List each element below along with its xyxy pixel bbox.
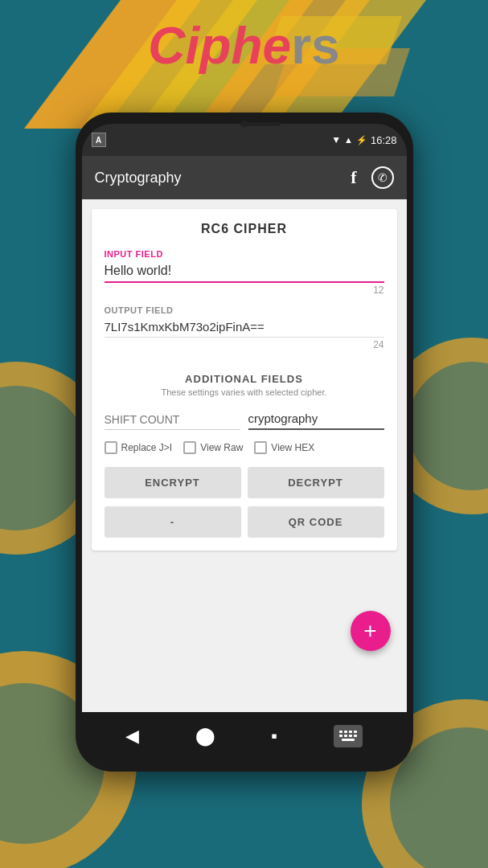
shift-count-field [105, 410, 240, 430]
fab-button[interactable]: + [351, 611, 391, 651]
svg-point-8 [408, 362, 488, 490]
facebook-icon[interactable]: f [351, 167, 356, 188]
checkboxes-row: Replace J>I View Raw View HEX [105, 441, 384, 454]
view-hex-label: View HEX [271, 442, 314, 453]
svg-rect-17 [349, 731, 352, 733]
keyboard-nav-icon[interactable] [334, 725, 363, 747]
output-char-count: 24 [105, 339, 384, 350]
svg-rect-20 [344, 735, 347, 737]
svg-rect-22 [354, 735, 357, 737]
dash-button[interactable]: - [105, 506, 241, 538]
replace-ji-label: Replace J>I [121, 442, 173, 453]
fab-plus-icon: + [363, 618, 376, 644]
cryptography-input[interactable] [248, 408, 384, 430]
additional-fields-section: ADDITIONAL FIELDS These settings varies … [105, 363, 384, 538]
nav-bar: ◀ ⬤ ▪ [82, 712, 407, 760]
app-bar-icons: f ✆ [351, 166, 393, 189]
view-hex-checkbox[interactable] [254, 441, 267, 454]
status-left: A [92, 133, 106, 147]
back-nav-icon[interactable]: ◀ [125, 726, 139, 747]
svg-rect-16 [344, 731, 347, 733]
battery-charging-icon: ⚡ [356, 135, 367, 145]
encrypt-decrypt-row: ENCRYPT DECRYPT [105, 467, 384, 498]
app-bar-title: Cryptography [95, 170, 182, 186]
view-raw-checkbox[interactable] [183, 441, 196, 454]
replace-ji-checkbox-item: Replace J>I [105, 441, 173, 454]
input-char-count: 12 [105, 285, 384, 296]
whatsapp-icon[interactable]: ✆ [371, 166, 394, 189]
output-section: OUTPUT FIELD 7LI7s1KmxKbM73o2ipFinA== 24 [105, 305, 384, 350]
view-raw-checkbox-item: View Raw [183, 441, 243, 454]
qr-code-button[interactable]: QR CODE [248, 506, 384, 538]
wifi-icon: ▲ [344, 135, 353, 145]
app-bar: Cryptography f ✆ [82, 156, 407, 199]
output-field-label: OUTPUT FIELD [105, 305, 384, 315]
additional-subtitle: These settings varies with selected ciph… [105, 387, 384, 397]
decrypt-button[interactable]: DECRYPT [248, 467, 384, 498]
main-content: RC6 CIPHER INPUT FIELD 12 OUTPUT FIELD 7… [82, 199, 407, 712]
input-field[interactable] [105, 260, 384, 283]
view-hex-checkbox-item: View HEX [254, 441, 314, 454]
svg-rect-15 [339, 731, 342, 733]
input-field-label: INPUT FIELD [105, 249, 384, 259]
replace-ji-checkbox[interactable] [105, 441, 117, 454]
encrypt-button[interactable]: ENCRYPT [105, 467, 241, 498]
app-title: Ciphers [0, 16, 488, 76]
status-right: ▼ ▲ ⚡ 16:28 [331, 134, 396, 146]
crypto-field [248, 408, 384, 430]
additional-title: ADDITIONAL FIELDS [105, 373, 384, 385]
shift-count-input[interactable] [105, 410, 240, 430]
status-bar: A ▼ ▲ ⚡ 16:28 [82, 124, 407, 156]
phone-screen: A ▼ ▲ ⚡ 16:28 Cryptography f ✆ RC6 CIPHE… [82, 124, 407, 760]
status-time: 16:28 [371, 134, 397, 146]
speaker [240, 122, 281, 126]
shift-row [105, 408, 384, 430]
output-value: 7LI7s1KmxKbM73o2ipFinA== [105, 317, 384, 338]
svg-rect-19 [339, 735, 342, 737]
view-raw-label: View Raw [200, 442, 243, 453]
signal-icon: ▼ [331, 134, 341, 145]
phone-frame: A ▼ ▲ ⚡ 16:28 Cryptography f ✆ RC6 CIPHE… [76, 113, 413, 772]
cipher-title: RC6 CIPHER [105, 222, 384, 236]
svg-rect-23 [342, 739, 355, 741]
svg-rect-21 [349, 735, 352, 737]
status-a-indicator: A [92, 133, 106, 147]
cipher-card: RC6 CIPHER INPUT FIELD 12 OUTPUT FIELD 7… [92, 209, 397, 551]
recents-nav-icon[interactable]: ▪ [271, 726, 277, 747]
svg-rect-18 [354, 731, 357, 733]
home-nav-icon[interactable]: ⬤ [195, 726, 215, 747]
dash-qrcode-row: - QR CODE [105, 506, 384, 538]
